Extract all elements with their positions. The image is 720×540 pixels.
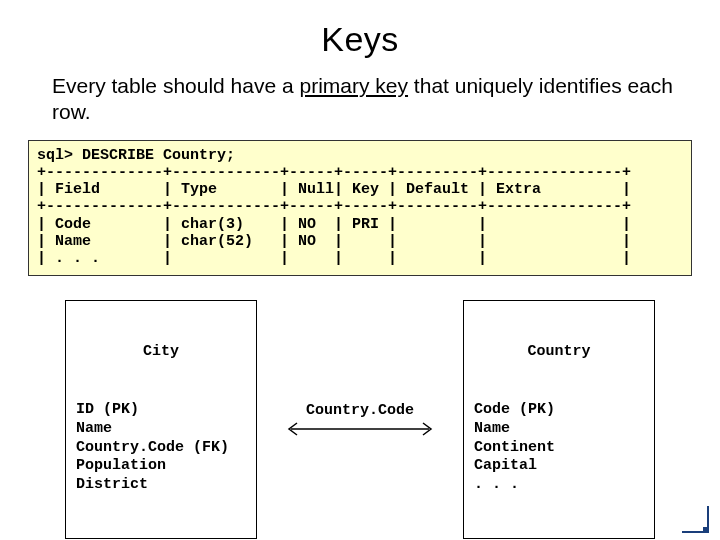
sql-separator: +-------------+------------+-----+-----+…	[37, 198, 631, 215]
slide: Keys Every table should have a primary k…	[0, 0, 720, 540]
arrow-icon	[285, 421, 435, 437]
sql-row-ellipsis: | . . . | | | | | |	[37, 250, 631, 267]
sql-command: sql> DESCRIBE Country;	[37, 147, 235, 164]
entity-country: Country Code (PK) Name Continent Capital…	[463, 300, 655, 539]
sql-separator: +-------------+------------+-----+-----+…	[37, 164, 631, 181]
entity-country-title: Country	[474, 343, 644, 362]
body-pre: Every table should have a	[52, 74, 300, 97]
sql-header-row: | Field | Type | Null| Key | Default | E…	[37, 181, 631, 198]
entity-city-title: City	[76, 343, 246, 362]
sql-output-box: sql> DESCRIBE Country; +-------------+--…	[28, 140, 692, 277]
relationship: Country.Code	[285, 402, 435, 437]
primary-key-term: primary key	[300, 74, 409, 97]
svg-rect-1	[703, 527, 709, 533]
slide-title: Keys	[28, 20, 692, 59]
er-diagram: City ID (PK) Name Country.Code (FK) Popu…	[28, 300, 692, 539]
entity-country-rows: Code (PK) Name Continent Capital . . .	[474, 401, 644, 495]
entity-city: City ID (PK) Name Country.Code (FK) Popu…	[65, 300, 257, 539]
entity-city-rows: ID (PK) Name Country.Code (FK) Populatio…	[76, 401, 246, 495]
relationship-label: Country.Code	[306, 402, 414, 419]
page-corner-icon	[680, 504, 710, 534]
sql-row-name: | Name | char(52) | NO | | | |	[37, 233, 631, 250]
sql-row-code: | Code | char(3) | NO | PRI | | |	[37, 216, 631, 233]
body-text: Every table should have a primary key th…	[52, 73, 692, 126]
